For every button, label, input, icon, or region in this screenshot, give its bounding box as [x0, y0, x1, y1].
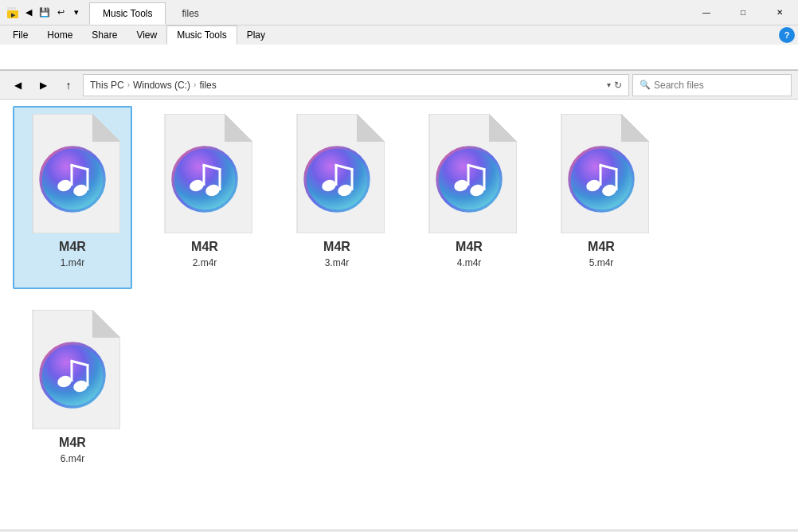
breadcrumb-sep-2: ›	[194, 80, 196, 89]
refresh-button[interactable]: ↻	[614, 80, 622, 91]
file-label-main-1: M4R	[59, 240, 86, 254]
file-item-6[interactable]: M4R6.m4r	[13, 302, 132, 485]
svg-rect-2	[14, 7, 16, 10]
file-view: M4R1.m4r	[0, 100, 798, 530]
svg-rect-10	[87, 170, 89, 190]
m4r-icon-6	[25, 310, 120, 429]
ribbon-content	[0, 45, 798, 70]
file-label-name-6: 6.m4r	[61, 453, 85, 464]
address-dropdown-button[interactable]: ▾	[607, 80, 611, 89]
m4r-icon-1	[25, 114, 120, 233]
tab-music-tools-ribbon[interactable]: Music Tools	[166, 25, 237, 45]
breadcrumb-this-pc[interactable]: This PC	[90, 80, 124, 91]
breadcrumb-windows-c[interactable]: Windows (C:)	[133, 80, 190, 91]
file-item-4[interactable]: M4R4.m4r	[409, 106, 529, 289]
file-label-name-3: 3.m4r	[325, 257, 350, 268]
title-bar-left: ▶ ◀ 💾 ↩ ▾	[0, 6, 89, 19]
search-input[interactable]	[654, 80, 784, 91]
dropdown-icon[interactable]: ▾	[70, 6, 83, 19]
maximize-button[interactable]: □	[725, 0, 761, 25]
tab-share[interactable]: Share	[82, 25, 127, 45]
m4r-icon-5	[554, 114, 649, 233]
file-label-name-4: 4.m4r	[457, 257, 482, 268]
tab-view[interactable]: View	[127, 25, 166, 45]
svg-rect-22	[351, 170, 354, 190]
svg-rect-28	[483, 170, 486, 190]
back-button[interactable]: ◀	[6, 74, 29, 96]
ribbon: File Home Share View Music Tools Play ?	[0, 25, 798, 71]
svg-rect-39	[71, 361, 73, 381]
close-button[interactable]: ✕	[761, 0, 798, 25]
search-box[interactable]: 🔍	[632, 74, 792, 96]
file-label-name-1: 1.m4r	[61, 257, 85, 268]
address-box[interactable]: This PC › Windows (C:) › files ▾ ↻	[83, 74, 629, 96]
quick-access-icon[interactable]: ◀	[22, 6, 35, 19]
svg-rect-0	[7, 7, 10, 10]
tab-home[interactable]: Home	[37, 25, 82, 45]
tab-play[interactable]: Play	[237, 25, 275, 45]
svg-rect-27	[467, 165, 470, 186]
svg-rect-21	[335, 165, 338, 186]
file-item-2[interactable]: M4R2.m4r	[145, 106, 264, 289]
app-icon: ▶	[6, 6, 19, 19]
file-label-name-2: 2.m4r	[193, 257, 217, 268]
tab-files-title: files	[169, 2, 211, 25]
file-label-main-6: M4R	[59, 436, 86, 450]
tab-music-tools[interactable]: Music Tools	[89, 2, 166, 25]
ribbon-tabs: Music Tools files	[89, 0, 688, 25]
m4r-icon-3	[289, 114, 385, 233]
tab-file[interactable]: File	[3, 25, 37, 45]
undo-icon[interactable]: ↩	[54, 6, 67, 19]
file-label-main-2: M4R	[191, 240, 218, 254]
file-label-main-3: M4R	[323, 240, 350, 254]
address-bar-row: ◀ ▶ ↑ This PC › Windows (C:) › files ▾ ↻…	[0, 71, 798, 100]
search-icon: 🔍	[640, 80, 651, 90]
m4r-icon-4	[421, 114, 517, 233]
file-label-main-4: M4R	[456, 240, 483, 254]
breadcrumb-sep-1: ›	[127, 80, 130, 89]
svg-rect-33	[600, 165, 602, 186]
svg-rect-40	[87, 366, 89, 386]
svg-rect-1	[10, 7, 13, 10]
svg-rect-15	[203, 165, 205, 186]
svg-rect-9	[71, 165, 73, 186]
file-item-5[interactable]: M4R5.m4r	[542, 106, 661, 289]
svg-rect-34	[616, 170, 618, 190]
file-item-1[interactable]: M4R1.m4r	[13, 106, 132, 289]
up-button[interactable]: ↑	[57, 74, 80, 96]
m4r-icon-2	[157, 114, 252, 233]
window-controls: — □ ✕	[688, 0, 798, 25]
file-item-3[interactable]: M4R3.m4r	[277, 106, 397, 289]
breadcrumb-files[interactable]: files	[199, 80, 216, 91]
svg-rect-16	[219, 170, 221, 190]
save-icon[interactable]: 💾	[38, 6, 51, 19]
minimize-button[interactable]: —	[688, 0, 725, 25]
forward-button[interactable]: ▶	[32, 74, 54, 96]
ribbon-tab-row: File Home Share View Music Tools Play ?	[0, 25, 798, 45]
file-label-name-5: 5.m4r	[589, 257, 614, 268]
file-label-main-5: M4R	[588, 240, 615, 254]
help-button[interactable]: ?	[779, 27, 795, 43]
title-bar: ▶ ◀ 💾 ↩ ▾ Music Tools files — □ ✕	[0, 0, 798, 25]
